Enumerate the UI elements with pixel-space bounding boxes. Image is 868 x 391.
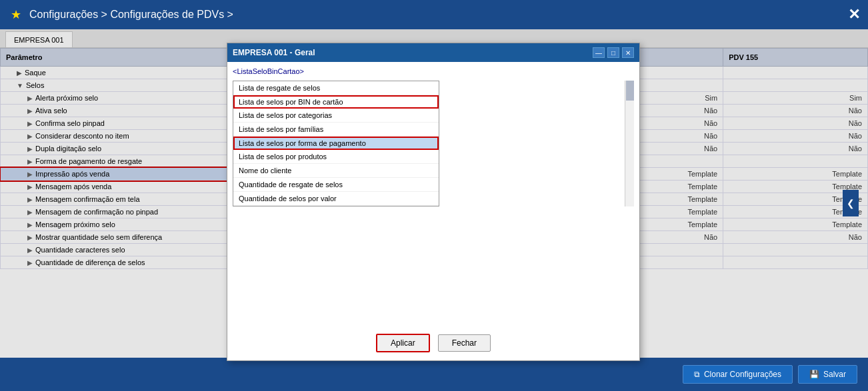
dialog-title: EMPRESA 001 - Geral (233, 48, 315, 57)
dropdown-item[interactable]: Lista de selos por forma de pagamento (233, 137, 439, 150)
save-button[interactable]: 💾 Salvar (798, 365, 857, 384)
dialog: EMPRESA 001 - Geral — □ ✕ <ListaSeloBinC… (227, 43, 640, 361)
close-button[interactable]: ✕ (848, 6, 860, 23)
breadcrumb: Configurações > Configurações de PDVs > (29, 9, 233, 21)
dialog-tag-text: <ListaSeloBinCartao> (233, 67, 634, 75)
dialog-minimize-button[interactable]: — (593, 47, 605, 58)
dialog-titlebar: EMPRESA 001 - Geral — □ ✕ (227, 43, 639, 62)
dropdown-item[interactable]: Lista de selos por categorias (233, 109, 439, 123)
right-collapse-button[interactable]: ❮ (843, 190, 859, 216)
dropdown-item[interactable]: Lista de selos por BIN de cartão (233, 95, 439, 109)
fechar-button[interactable]: Fechar (438, 334, 491, 352)
apply-button[interactable]: Aplicar (376, 334, 430, 352)
clone-label: Clonar Configurações (704, 370, 781, 379)
dialog-close-button[interactable]: ✕ (622, 47, 634, 58)
dropdown-item[interactable]: Quantidade de selos por valor (233, 192, 439, 206)
dialog-body: <ListaSeloBinCartao> Lista de resgate de… (227, 62, 639, 328)
dropdown-scroll-thumb (626, 81, 634, 101)
main-content: EMPRESA 001 Parâmetro Geral PDV 84 ▶ PDV… (0, 29, 868, 358)
save-label: Salvar (823, 370, 846, 379)
dropdown-item[interactable]: Lista de selos por famílias (233, 123, 439, 137)
dialog-footer: Aplicar Fechar (227, 328, 639, 360)
bottom-bar: ⧉ Clonar Configurações 💾 Salvar (0, 358, 868, 391)
star-icon: ★ (11, 7, 21, 22)
dropdown-item[interactable]: Nome do cliente (233, 164, 439, 178)
dropdown-item[interactable]: Lista de selos por produtos (233, 150, 439, 164)
title-bar: ★ Configurações > Configurações de PDVs … (0, 0, 868, 29)
dropdown-item[interactable]: Lista de resgate de selos (233, 81, 439, 95)
dialog-maximize-button[interactable]: □ (607, 47, 619, 58)
dropdown-scrollbar[interactable] (625, 81, 634, 206)
dropdown-list: Lista de resgate de selosLista de selos … (233, 81, 439, 206)
save-icon: 💾 (809, 370, 819, 379)
dialog-controls: — □ ✕ (593, 47, 634, 58)
clone-icon: ⧉ (694, 370, 700, 379)
dropdown-scroll-container: Lista de resgate de selosLista de selos … (233, 81, 634, 206)
dialog-overlay: EMPRESA 001 - Geral — □ ✕ <ListaSeloBinC… (0, 29, 868, 358)
clone-config-button[interactable]: ⧉ Clonar Configurações (683, 365, 793, 384)
dropdown-item[interactable]: Quantidade de resgate de selos (233, 178, 439, 192)
